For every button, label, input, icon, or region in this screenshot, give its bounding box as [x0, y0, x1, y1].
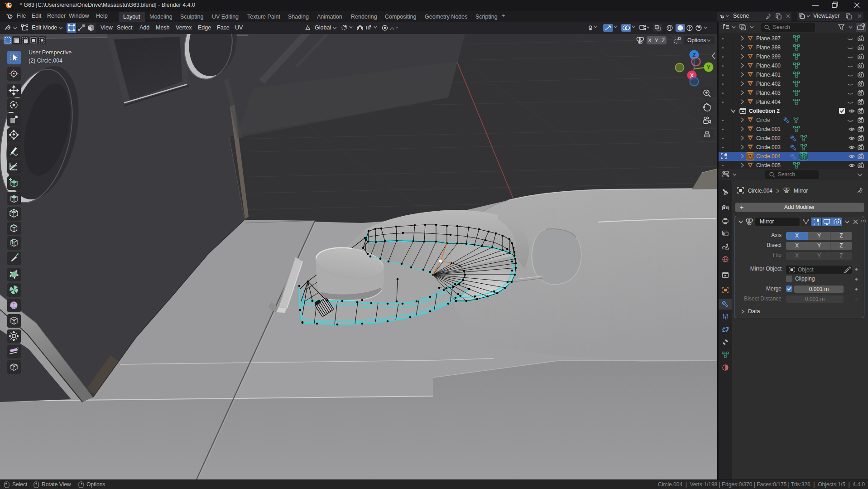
svg-text:Y: Y: [707, 64, 710, 71]
